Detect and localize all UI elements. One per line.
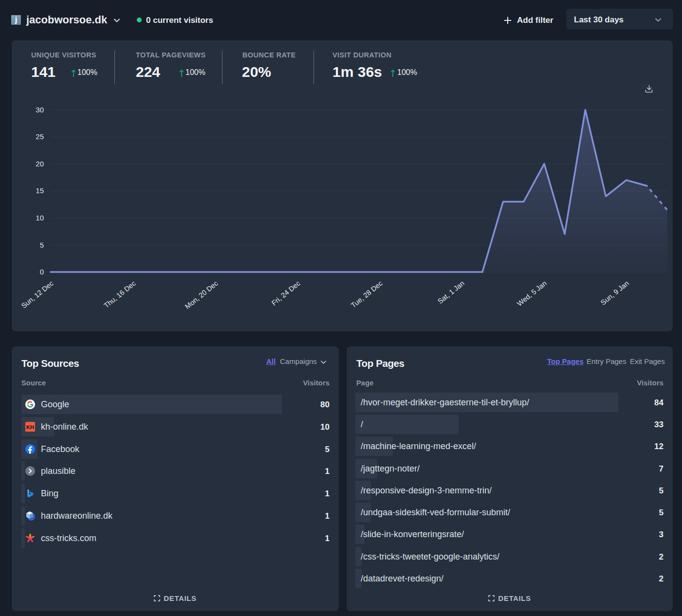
svg-text:Sat, 1 Jan: Sat, 1 Jan [436,279,466,306]
svg-text:Wed, 5 Jan: Wed, 5 Jan [516,279,548,308]
svg-text:10: 10 [36,214,44,222]
svg-text:Sun, 12 Dec: Sun, 12 Dec [20,279,55,310]
svg-text:KH: KH [26,424,34,430]
svg-text:25: 25 [36,132,44,141]
svg-text:Mon, 20 Dec: Mon, 20 Dec [184,279,220,310]
svg-text:Tue, 28 Dec: Tue, 28 Dec [350,279,384,309]
svg-text:0: 0 [40,268,44,276]
svg-text:15: 15 [36,186,44,195]
svg-text:5: 5 [40,241,44,249]
svg-text:Sun, 9 Jan: Sun, 9 Jan [599,279,630,307]
svg-text:Fri, 24 Dec: Fri, 24 Dec [270,279,302,307]
svg-text:30: 30 [36,106,44,114]
svg-text:Thu, 16 Dec: Thu, 16 Dec [102,279,137,309]
svg-text:20: 20 [36,160,44,168]
